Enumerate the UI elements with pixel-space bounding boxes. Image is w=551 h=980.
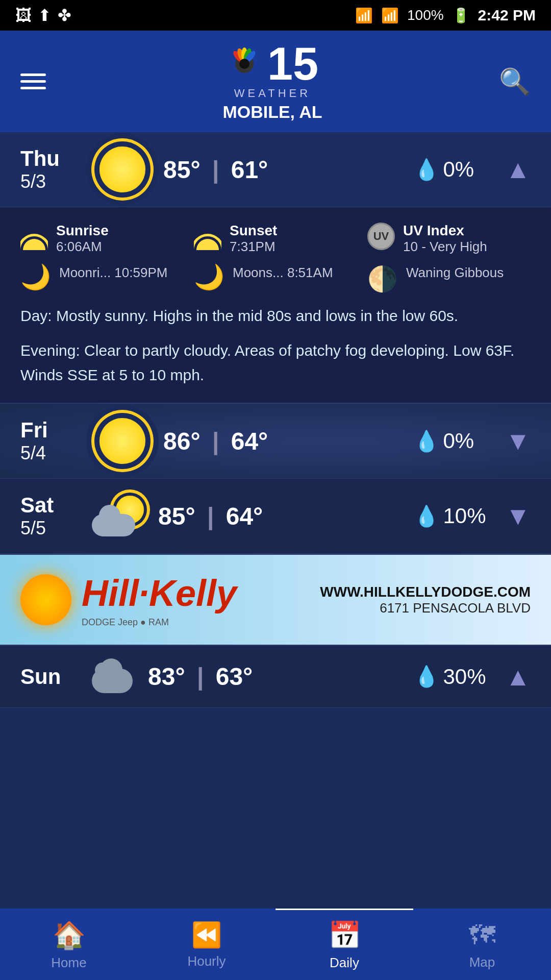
- drop-icon-sat: 💧: [414, 504, 439, 528]
- moonrise-icon: 🌙: [20, 265, 51, 289]
- chevron-sat[interactable]: ▼: [506, 501, 531, 531]
- day-row-thu[interactable]: Thu 5/3 85° | 61° 💧 0% ▲: [0, 132, 551, 207]
- day-row-fri[interactable]: Fri 5/4 86° | 64° 💧 0% ▼: [0, 404, 551, 479]
- drop-icon-fri: 💧: [414, 429, 439, 453]
- nav-item-daily[interactable]: 📅 Daily: [276, 909, 413, 980]
- low-sat: 64°: [226, 503, 263, 530]
- low-sun: 63°: [216, 663, 253, 690]
- day-row-sat[interactable]: Sat 5/5 85° | 64° 💧 10% ▼: [0, 479, 551, 554]
- weather-icon-sat: [92, 496, 148, 536]
- temps-sat: 85° | 64°: [158, 502, 414, 530]
- precip-thu: 💧 0%: [414, 157, 506, 182]
- temps-sun: 83° | 63°: [148, 663, 414, 691]
- high-fri: 86°: [163, 428, 201, 455]
- day-date-thu: 5/3: [20, 171, 82, 192]
- weather-icon-sun: [92, 660, 138, 693]
- moon-phase-item: 🌗 Waning Gibbous: [367, 265, 531, 293]
- day-name-sun: Sun: [20, 665, 82, 689]
- day-date-sat: 5/5: [20, 518, 82, 539]
- precip-val-sun: 30%: [443, 665, 486, 689]
- logo-sub: WEATHER: [222, 87, 322, 100]
- time-display: 2:42 PM: [478, 7, 536, 24]
- ad-banner[interactable]: Hill·Kelly DODGE Jeep ● RAM WWW.HILLKELL…: [0, 554, 551, 646]
- uv-index-item: UV UV Index 10 - Very High: [367, 223, 531, 255]
- nav-item-home[interactable]: 🏠 Home: [0, 909, 138, 980]
- drop-icon-thu: 💧: [414, 158, 439, 182]
- precip-sat: 💧 10%: [414, 504, 506, 528]
- uv-badge-icon: UV: [367, 223, 395, 250]
- moon-phase-icon: 🌗: [367, 265, 398, 293]
- battery-icon: 🔋: [452, 7, 470, 24]
- day-label-fri: Fri 5/4: [20, 418, 82, 464]
- hourly-icon: ⏪: [191, 921, 222, 949]
- moonrise-text: Moonri... 10:59PM: [59, 265, 167, 281]
- status-left-icons: 🖼 ⬆ ✤: [15, 6, 71, 25]
- map-icon: 🗺: [469, 920, 495, 950]
- upload-icon: ⬆: [38, 6, 52, 25]
- moonrise-item: 🌙 Moonri... 10:59PM: [20, 265, 184, 293]
- moonset-icon: 🌙: [194, 265, 224, 289]
- status-right-icons: 📶 📶 100% 🔋 2:42 PM: [355, 7, 536, 24]
- chevron-thu[interactable]: ▲: [506, 155, 531, 184]
- nav-item-map[interactable]: 🗺 Map: [413, 909, 551, 980]
- day-label-sun: Sun: [20, 665, 82, 689]
- precip-val-fri: 0%: [443, 429, 474, 453]
- day-name-thu: Thu: [20, 146, 82, 171]
- nav-label-daily: Daily: [330, 955, 359, 971]
- precip-val-thu: 0%: [443, 157, 474, 182]
- day-name-fri: Fri: [20, 418, 82, 443]
- nav-label-map: Map: [469, 954, 495, 970]
- day-details-thu: Sunrise 6:06AM Sunset 7:31PM UV UV Index: [0, 207, 551, 404]
- daily-icon: 📅: [328, 920, 361, 951]
- logo-number: 15: [267, 41, 318, 87]
- high-sat: 85°: [158, 503, 195, 530]
- temps-thu: 85° | 61°: [163, 156, 414, 184]
- sunrise-text: Sunrise 6:06AM: [56, 223, 109, 255]
- nav-item-hourly[interactable]: ⏪ Hourly: [138, 909, 276, 980]
- precip-val-sat: 10%: [443, 504, 486, 528]
- bottom-nav: 🏠 Home ⏪ Hourly 📅 Daily 🗺 Map: [0, 909, 551, 980]
- moon-phase-text: Waning Gibbous: [406, 265, 504, 281]
- sunset-item: Sunset 7:31PM: [194, 223, 357, 255]
- ad-sun-icon: [20, 574, 71, 625]
- content-area: Thu 5/3 85° | 61° 💧 0% ▲ Sunrise 6:06AM: [0, 132, 551, 779]
- logo-area: 15 WEATHER MOBILE, AL: [222, 41, 322, 122]
- home-icon: 🏠: [53, 920, 86, 951]
- uv-text: UV Index 10 - Very High: [403, 223, 487, 255]
- day-label-thu: Thu 5/3: [20, 146, 82, 192]
- signal-icon: 📶: [381, 7, 399, 24]
- eve-forecast-thu: Evening: Clear to partly cloudy. Areas o…: [20, 338, 531, 387]
- chevron-fri[interactable]: ▼: [506, 426, 531, 456]
- app-header: 15 WEATHER MOBILE, AL 🔍: [0, 31, 551, 132]
- low-fri: 64°: [231, 428, 268, 455]
- ad-content: Hill·Kelly DODGE Jeep ● RAM WWW.HILLKELL…: [0, 572, 551, 628]
- sunrise-icon: [20, 223, 48, 250]
- battery-text: 100%: [407, 7, 444, 23]
- status-bar: 🖼 ⬆ ✤ 📶 📶 100% 🔋 2:42 PM: [0, 0, 551, 31]
- nav-label-home: Home: [51, 955, 86, 971]
- weather-icon-thu: [99, 146, 145, 192]
- ad-logos: DODGE Jeep ● RAM: [82, 617, 237, 628]
- high-thu: 85°: [163, 156, 201, 183]
- precip-sun: 💧 30%: [414, 665, 506, 689]
- moonset-text: Moons... 8:51AM: [233, 265, 333, 281]
- detail-grid-thu: Sunrise 6:06AM Sunset 7:31PM UV UV Index: [20, 223, 531, 293]
- nav-label-hourly: Hourly: [187, 953, 226, 969]
- drop-icon-sun: 💧: [414, 665, 439, 689]
- photo-icon: 🖼: [15, 6, 32, 25]
- ad-info: WWW.HILLKELLYDODGE.COM 6171 PENSACOLA BL…: [247, 584, 531, 616]
- moonset-item: 🌙 Moons... 8:51AM: [194, 265, 357, 293]
- nbc-peacock-icon: [227, 47, 262, 81]
- low-thu: 61°: [231, 156, 268, 183]
- wifi-icon: 📶: [355, 7, 373, 24]
- day-row-sun[interactable]: Sun 83° | 63° 💧 30% ▲: [0, 646, 551, 708]
- chevron-sun[interactable]: ▲: [506, 662, 531, 692]
- sunset-icon: [194, 223, 221, 250]
- sunset-text: Sunset 7:31PM: [230, 223, 277, 255]
- day-forecast-thu: Day: Mostly sunny. Highs in the mid 80s …: [20, 304, 531, 328]
- menu-button[interactable]: [20, 74, 46, 89]
- search-button[interactable]: 🔍: [499, 67, 531, 96]
- ad-address: 6171 PENSACOLA BLVD: [247, 600, 531, 616]
- location-display: MOBILE, AL: [222, 102, 322, 122]
- svg-point-6: [239, 59, 249, 69]
